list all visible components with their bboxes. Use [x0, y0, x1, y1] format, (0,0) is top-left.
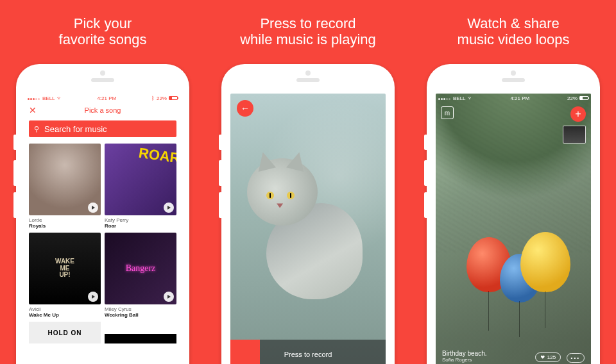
record-button[interactable]	[230, 340, 260, 364]
camera-preview	[230, 94, 386, 364]
more-icon: •••	[571, 355, 580, 361]
caption-3: Watch & share music video loops	[458, 15, 570, 54]
search-input[interactable]: ⚲ Search for music	[29, 120, 176, 137]
record-label: Press to record	[260, 351, 386, 358]
more-button[interactable]: •••	[567, 353, 585, 363]
add-button[interactable]: +	[570, 106, 586, 122]
clock-label: 4:21 PM	[97, 95, 116, 101]
tile-title: Weckring Ball	[105, 312, 176, 318]
caption-1: Pick your favorite songs	[59, 15, 147, 54]
caption-3-line-1: Watch & share	[458, 15, 570, 31]
like-button[interactable]: 125	[535, 352, 561, 362]
search-icon: ⚲	[34, 125, 39, 133]
album-art: WAKE ME UP!	[29, 233, 101, 304]
feed-topbar: m +	[436, 103, 591, 147]
battery-pct: 22%	[157, 95, 167, 101]
tile-artist: Avicii	[29, 306, 101, 312]
tile-artist: Katy Perry	[105, 217, 176, 223]
phone-frame-3: BELL ᯤ 4:21 PM 22% m +	[427, 64, 600, 364]
tile-title: Roar	[105, 223, 176, 229]
arrow-left-icon: ←	[241, 103, 250, 113]
post-meta: Birthday beach. Sofia Rogers	[442, 350, 487, 363]
screen-pick-song: BELL ᯤ 4:21 PM ᛒ 22% ✕ Pick a song ⚲	[25, 94, 180, 364]
caption-2-line-2: while music is playing	[240, 31, 376, 47]
album-text: WAKE ME UP!	[55, 258, 74, 279]
caption-1-line-1: Pick your	[59, 15, 147, 31]
wifi-icon: ᯤ	[57, 95, 62, 101]
tile-artist: Lorde	[29, 217, 101, 223]
back-button[interactable]: ←	[237, 100, 253, 117]
post-user: Sofia Rogers	[442, 357, 487, 363]
album-art	[105, 144, 176, 215]
songs-grid: LordeRoyals Katy PerryRoar WAKE ME UP! A…	[25, 140, 180, 322]
album-art[interactable]: HOLD ON	[29, 322, 101, 343]
post-actions: 125 •••	[533, 351, 585, 363]
page-title: Pick a song	[85, 106, 121, 114]
song-tile[interactable]: WAKE ME UP! AviciiWake Me Up	[29, 233, 101, 318]
wifi-icon: ᯤ	[468, 95, 473, 101]
album-art: Bangerz	[105, 233, 176, 304]
phone-frame-2: ← Press to record	[221, 64, 395, 364]
bluetooth-icon: ᛒ	[151, 95, 155, 101]
feed-bottombar: Birthday beach. Sofia Rogers 125 •••	[436, 343, 591, 364]
caption-1-line-2: favorite songs	[59, 31, 147, 47]
play-icon[interactable]	[164, 292, 174, 302]
partial-row: HOLD ON	[25, 322, 180, 343]
signal-icon	[28, 95, 40, 101]
caption-2: Press to record while music is playing	[240, 15, 376, 54]
app-logo[interactable]: m	[441, 106, 454, 119]
tile-title: Wake Me Up	[29, 312, 101, 318]
header: ✕ Pick a song	[25, 103, 180, 118]
search-placeholder: Search for music	[44, 124, 107, 134]
record-bar: Press to record	[230, 340, 386, 364]
play-icon[interactable]	[164, 203, 174, 213]
play-icon[interactable]	[88, 292, 98, 302]
battery-pct: 22%	[567, 95, 578, 101]
battery-icon	[169, 96, 178, 100]
album-art	[29, 144, 101, 215]
song-tile[interactable]: Bangerz Miley CyrusWeckring Ball	[105, 233, 176, 318]
close-button[interactable]: ✕	[29, 105, 37, 115]
play-icon[interactable]	[88, 203, 98, 213]
tile-title: Royals	[29, 223, 101, 229]
tile-artist: Miley Cyrus	[105, 306, 176, 312]
plus-icon: +	[575, 108, 581, 120]
carrier-label: BELL	[42, 95, 55, 101]
screen-record: ← Press to record	[230, 94, 386, 364]
caption-3-line-2: music video loops	[458, 31, 570, 47]
cat-illustration	[241, 152, 369, 299]
song-tile[interactable]: LordeRoyals	[29, 144, 101, 229]
caption-2-line-1: Press to record	[240, 15, 376, 31]
album-text: Bangerz	[126, 263, 156, 274]
phone-frame-1: BELL ᯤ 4:21 PM ᛒ 22% ✕ Pick a song ⚲	[16, 64, 189, 364]
song-tile[interactable]: Katy PerryRoar	[105, 144, 176, 229]
signal-icon	[438, 95, 451, 101]
clock-label: 4:21 PM	[510, 95, 529, 101]
post-title: Birthday beach.	[442, 350, 487, 357]
like-count: 125	[547, 354, 556, 360]
album-art[interactable]	[105, 322, 176, 343]
status-bar: BELL ᯤ 4:21 PM ᛒ 22%	[25, 94, 180, 103]
battery-icon	[579, 96, 588, 100]
status-bar: BELL ᯤ 4:21 PM 22%	[436, 94, 591, 103]
balloon-icon	[520, 232, 570, 292]
carrier-label: BELL	[453, 95, 466, 101]
screen-feed: BELL ᯤ 4:21 PM 22% m +	[436, 94, 591, 364]
heart-icon	[540, 354, 545, 360]
thumbnail[interactable]	[563, 126, 586, 144]
